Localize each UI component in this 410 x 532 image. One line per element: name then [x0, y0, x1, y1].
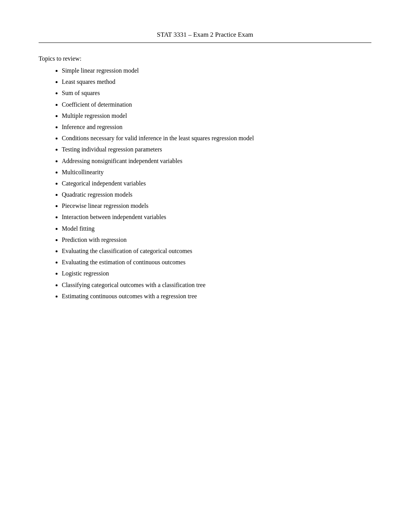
list-item: Evaluating the classification of categor… — [62, 246, 371, 256]
list-item: Testing individual regression parameters — [62, 144, 371, 155]
list-item: Logistic regression — [62, 268, 371, 279]
list-item: Piecewise linear regression models — [62, 201, 371, 211]
list-item: Evaluating the estimation of continuous … — [62, 257, 371, 267]
list-item: Simple linear regression model — [62, 65, 371, 76]
page: STAT 3331 – Exam 2 Practice Exam Topics … — [0, 0, 410, 532]
list-item: Categorical independent variables — [62, 178, 371, 189]
page-title: STAT 3331 – Exam 2 Practice Exam — [39, 31, 371, 43]
list-item: Prediction with regression — [62, 235, 371, 245]
list-item: Inference and regression — [62, 122, 371, 132]
list-item: Model fitting — [62, 223, 371, 234]
list-item: Conditions necessary for valid inference… — [62, 133, 371, 143]
list-item: Estimating continuous outcomes with a re… — [62, 291, 371, 301]
list-item: Multiple regression model — [62, 110, 371, 121]
list-item: Multicollinearity — [62, 167, 371, 177]
list-item: Coefficient of determination — [62, 99, 371, 110]
list-item: Classifying categorical outcomes with a … — [62, 280, 371, 290]
list-item: Quadratic regression models — [62, 189, 371, 200]
topics-list: Simple linear regression modelLeast squa… — [39, 65, 371, 301]
list-item: Least squares method — [62, 76, 371, 87]
list-item: Interaction between independent variable… — [62, 212, 371, 222]
list-item: Sum of squares — [62, 88, 371, 98]
list-item: Addressing nonsignificant independent va… — [62, 156, 371, 166]
intro-label: Topics to review: — [39, 55, 371, 62]
